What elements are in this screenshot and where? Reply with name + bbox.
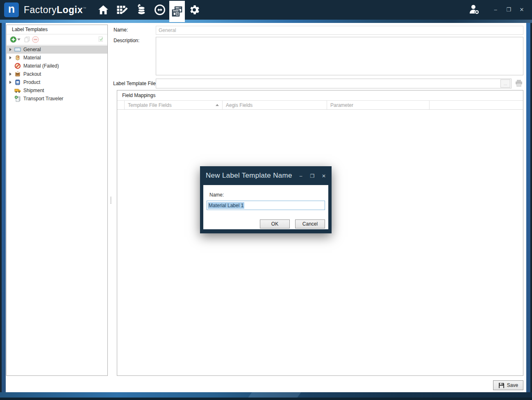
dialog-minimize-button[interactable]: – (298, 173, 304, 179)
window-edge-right (526, 23, 530, 392)
label-templates-panel: Label Templates (6, 25, 108, 376)
tree-item-label: Shipment (23, 88, 44, 93)
failed-icon (14, 63, 21, 69)
file-input[interactable] (156, 79, 512, 88)
column-label: Parameter (330, 102, 353, 108)
expander[interactable] (7, 48, 14, 51)
tree-item-transport-traveler[interactable]: Transport Traveler (7, 95, 107, 103)
nav-home[interactable] (94, 0, 113, 20)
brand-factory: Factory (24, 5, 57, 15)
product-icon (14, 79, 21, 86)
description-label: Description: (114, 38, 139, 43)
column-label: Template File Fields (128, 102, 172, 108)
packout-box-icon (14, 71, 21, 77)
panel-splitter[interactable] (109, 25, 113, 376)
tree-item-label: Transport Traveler (23, 96, 64, 102)
panel-title: Label Templates (7, 25, 107, 34)
chevron-right-icon (9, 72, 11, 76)
tree-item-general[interactable]: General (7, 45, 107, 54)
column-header-empty (430, 101, 523, 109)
save-icon (498, 382, 505, 389)
tree-item-label: Material (Failed) (23, 63, 59, 69)
gear-icon (188, 4, 200, 16)
brand-logix: Logix (57, 5, 83, 15)
logout-user-button[interactable] (468, 4, 480, 16)
tree-item-label: Material (23, 55, 41, 61)
ok-button[interactable]: OK (260, 219, 290, 228)
add-template-button[interactable] (9, 35, 17, 43)
top-bar: n FactoryLogix™ (0, 0, 532, 20)
top-right-controls: – ❐ ✕ (468, 4, 526, 16)
dialog-close-button[interactable]: ✕ (321, 173, 327, 179)
field-mappings-title: Field Mappings (117, 90, 523, 100)
tree-toolbar (7, 34, 107, 45)
label-windows-icon (171, 5, 183, 18)
circle-arrows-icon (154, 4, 166, 16)
database-arrow-icon (135, 4, 147, 16)
printer-icon (515, 79, 523, 87)
filter-check-icon (98, 36, 104, 43)
column-header-parameter[interactable]: Parameter (327, 101, 430, 109)
dialog-actions: OK Cancel (260, 219, 325, 228)
dialog-name-input[interactable]: Material Label 1 (207, 201, 325, 210)
chevron-right-icon (9, 48, 11, 51)
column-label: Aegis Fields (226, 102, 252, 108)
app-logo: n (4, 2, 19, 17)
description-input[interactable] (156, 37, 523, 75)
cancel-button[interactable]: Cancel (295, 219, 325, 228)
column-header-template-file-fields[interactable]: Template File Fields (125, 101, 223, 109)
user-x-icon (468, 4, 480, 15)
save-button[interactable]: Save (493, 380, 523, 390)
expander[interactable] (7, 72, 14, 76)
column-header-aegis-fields[interactable]: Aegis Fields (223, 101, 327, 109)
selected-text: Material Label 1 (208, 202, 244, 209)
name-input[interactable]: General (156, 26, 523, 35)
dialog-title: New Label Template Name (206, 172, 298, 180)
sort-ascending-icon (216, 104, 219, 106)
chevron-down-icon (17, 38, 20, 41)
dialog-titlebar[interactable]: New Label Template Name – ❐ ✕ (200, 166, 332, 185)
window-controls: – ❐ ✕ (491, 6, 526, 14)
tree-item-product[interactable]: Product (7, 78, 107, 86)
add-dropdown-button[interactable] (17, 35, 23, 43)
tree-item-label: Packout (23, 71, 41, 77)
tree-item-material[interactable]: Material (7, 54, 107, 62)
logo-letter: n (8, 4, 15, 15)
remove-template-button[interactable] (31, 35, 39, 43)
expander[interactable] (7, 56, 14, 59)
window-edge-left (2, 23, 6, 392)
chevron-right-icon (9, 81, 11, 84)
maximize-button[interactable]: ❐ (504, 6, 513, 14)
file-label: Label Template File: (113, 81, 157, 86)
accent-bar (0, 20, 532, 23)
dialog-maximize-button[interactable]: ❐ (309, 173, 315, 179)
filter-button[interactable] (97, 35, 105, 43)
main-nav (94, 0, 204, 20)
tree-item-label: General (23, 47, 41, 52)
chevron-right-icon (9, 56, 11, 59)
minimize-button[interactable]: – (491, 6, 500, 14)
copy-template-button[interactable] (23, 35, 31, 43)
browse-button[interactable]: ... (500, 79, 510, 88)
material-box-icon (14, 54, 21, 61)
tree-item-shipment[interactable]: Shipment (7, 86, 107, 95)
splitter-grip-icon (110, 197, 111, 203)
nav-materials[interactable] (132, 0, 150, 20)
nav-production[interactable] (150, 0, 169, 20)
name-value: General (159, 27, 176, 33)
tree-item-label: Product (23, 79, 40, 85)
expander[interactable] (7, 81, 14, 84)
remove-icon (32, 36, 39, 43)
dialog-body: Name: Material Label 1 OK Cancel (203, 185, 328, 229)
close-button[interactable]: ✕ (517, 6, 526, 14)
tree-item-material-failed[interactable]: Material (Failed) (7, 62, 107, 70)
copy-icon (24, 36, 30, 43)
nav-planning[interactable] (113, 0, 132, 20)
home-icon (97, 4, 109, 16)
label-icon (14, 46, 21, 53)
save-label: Save (507, 382, 518, 388)
nav-label-templates[interactable] (169, 1, 185, 22)
tree-item-packout[interactable]: Packout (7, 70, 107, 78)
print-button[interactable] (515, 79, 523, 88)
nav-settings[interactable] (185, 0, 204, 20)
